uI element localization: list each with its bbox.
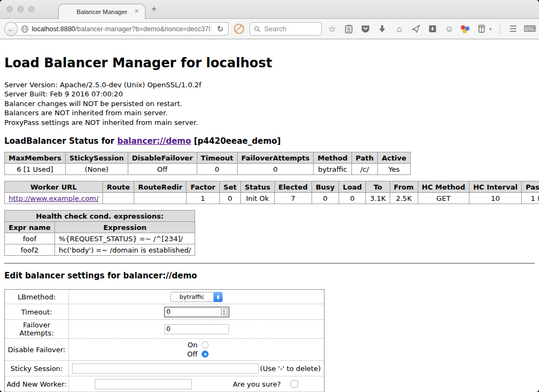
send-tab-icon[interactable] — [411, 25, 420, 33]
chevron-down-icon[interactable]: ▾ — [489, 26, 492, 32]
table-title-row: Health check cond. expressions: — [5, 211, 195, 222]
cell-expr-name: foof2 — [5, 244, 55, 256]
add-worker-label: Add New Worker: — [5, 376, 69, 392]
are-you-sure-checkbox[interactable] — [291, 380, 298, 388]
sticky-session-hint: (Use '-' to delete) — [260, 365, 321, 373]
keyboard-icon[interactable]: ⌨ — [525, 24, 535, 34]
cell-load: 0 — [339, 193, 366, 204]
cell-from: 2.5K — [390, 193, 418, 204]
back-button[interactable]: ← — [4, 22, 18, 36]
cell-path: /c/ — [351, 164, 377, 175]
worker-url-link[interactable]: http://www.example.com/ — [9, 194, 99, 202]
toolbar-separator — [500, 24, 500, 34]
search-icon — [254, 26, 260, 32]
downloads-icon[interactable] — [377, 25, 387, 33]
window-controls — [6, 6, 34, 12]
cell-expression: %{REQUEST_STATUS} =~ /^[234]/ — [54, 233, 195, 244]
col-method: Method — [314, 152, 351, 164]
edit-balancer-form: LBmethod: bytraffic ▲▼ Timeout: ▴▾ — [4, 289, 324, 392]
cell-active: Yes — [378, 164, 411, 175]
failover-attempts-input[interactable] — [164, 324, 229, 334]
col-expr-name: Expr name — [5, 222, 55, 233]
minimize-window-button[interactable] — [17, 6, 24, 12]
new-tab-button[interactable]: + — [151, 4, 156, 14]
col-expression: Expression — [54, 222, 195, 233]
balancer-status-table: MaxMembers StickySession DisableFailover… — [4, 152, 411, 175]
timeout-row: Timeout: ▴▾ — [5, 304, 324, 320]
close-window-button[interactable] — [6, 6, 13, 12]
bookmark-star-icon[interactable]: ☆ — [327, 24, 337, 34]
extension-colordots-icon[interactable] — [461, 25, 469, 33]
disable-failover-label: Disable Failover: — [5, 339, 69, 361]
cell-method: bytraffic — [314, 164, 351, 175]
persist-note-line: Balancer changes will NOT be persisted o… — [4, 99, 535, 108]
lbmethod-selected-value: bytraffic — [179, 293, 204, 300]
sticky-session-input[interactable] — [72, 363, 259, 374]
lbmethod-row: LBmethod: bytraffic ▲▼ — [5, 290, 324, 304]
cell-elected: 7 — [274, 193, 312, 204]
content-blocked-icon[interactable] — [234, 24, 244, 34]
timeout-label: Timeout: — [5, 304, 69, 320]
col-set: Set — [219, 181, 240, 193]
tab-balancer-manager[interactable]: Balancer Manager ✕ — [58, 4, 146, 19]
section-divider — [4, 263, 535, 264]
proxypass-note-line: ProxyPass settings are NOT inherited fro… — [4, 118, 535, 127]
search-bar[interactable] — [250, 22, 322, 36]
loadbalancer-status-heading: LoadBalancer Status for balancer://demo … — [4, 136, 535, 146]
cell-stickysession: (None) — [65, 164, 128, 175]
chat-smiley-icon[interactable]: ☺ — [444, 24, 454, 34]
reload-icon[interactable]: ↻ — [212, 24, 228, 34]
col-status: Status — [240, 181, 274, 193]
number-stepper-icon[interactable]: ▴▾ — [221, 309, 227, 316]
col-from: From — [390, 181, 418, 193]
zoom-window-button[interactable] — [28, 6, 34, 12]
cell-passes: 1 (0) — [522, 193, 539, 204]
panel-download-icon[interactable] — [427, 25, 437, 33]
search-input[interactable] — [263, 24, 318, 33]
containers-icon[interactable] — [476, 25, 486, 33]
col-maxmembers: MaxMembers — [5, 152, 66, 164]
add-worker-input[interactable] — [95, 379, 192, 389]
sticky-session-row: Sticky Session: (Use '-' to delete) — [5, 361, 324, 376]
health-check-table: Health check cond. expressions: Expr nam… — [4, 210, 195, 256]
url-text[interactable]: localhost:8880/balancer-manager?b=demo&n… — [32, 25, 210, 33]
table-header-row: Worker URL Route RouteRedir Factor Set S… — [5, 181, 539, 193]
cell-factor: 1 — [186, 193, 219, 204]
bookmarks-panel-icon[interactable] — [344, 25, 354, 33]
pocket-icon[interactable] — [361, 25, 370, 33]
cell-expression: hc('body') =~ /domain is established/ — [54, 244, 195, 256]
url-bar[interactable]: localhost:8880/balancer-manager?b=demo&n… — [14, 22, 229, 36]
disable-failover-off-radio[interactable] — [202, 351, 209, 358]
cell-status: Init Ok — [240, 193, 274, 204]
failover-attempts-label: Failover Attempts: — [5, 320, 69, 339]
close-tab-icon[interactable]: ✕ — [135, 8, 139, 14]
balancer-demo-link[interactable]: balancer://demo — [117, 136, 191, 146]
add-worker-row: Add New Worker: Are you sure? — [5, 376, 324, 392]
menu-hamburger-icon[interactable]: ☰ — [508, 24, 518, 34]
table-row: foof2 hc('body') =~ /domain is establish… — [5, 244, 195, 256]
are-you-sure-label: Are you sure? — [233, 380, 281, 388]
worker-table: Worker URL Route RouteRedir Factor Set S… — [4, 181, 539, 204]
url-domain: localhost:8880 — [32, 25, 75, 33]
cell-maxmembers: 6 [1 Used] — [5, 164, 66, 175]
timeout-input[interactable] — [164, 307, 229, 317]
col-worker-url: Worker URL — [5, 181, 103, 193]
page-title: Load Balancer Manager for localhost — [4, 55, 535, 71]
col-failoverattempts: FailoverAttempts — [237, 152, 314, 164]
cell-hc-interval: 10 — [469, 193, 521, 204]
table-row: http://www.example.com/ 1 0 Init Ok 7 0 … — [5, 193, 539, 204]
globe-icon — [21, 25, 29, 33]
home-icon[interactable]: ⌂ — [394, 24, 404, 34]
lbmethod-select[interactable]: bytraffic ▲▼ — [170, 292, 223, 302]
table-row: 6 [1 Used] (None) Off 0 0 bytraffic /c/ … — [5, 164, 411, 175]
table-header-row: Expr name Expression — [5, 222, 195, 233]
cell-hc-method: GET — [418, 193, 469, 204]
cell-expr-name: foof — [5, 233, 55, 244]
browser-window: Balancer Manager ✕ + ← localhost:8880/ba… — [0, 0, 539, 392]
url-path: /balancer-manager?b=demo&nonce=decc37be-… — [75, 25, 210, 33]
col-timeout: Timeout — [197, 152, 237, 164]
cell-routeredir — [134, 193, 186, 204]
cell-set: 0 — [219, 193, 240, 204]
server-built-line: Server Built: Feb 9 2016 07:00:20 — [4, 89, 535, 99]
disable-failover-on-radio[interactable] — [202, 341, 209, 348]
